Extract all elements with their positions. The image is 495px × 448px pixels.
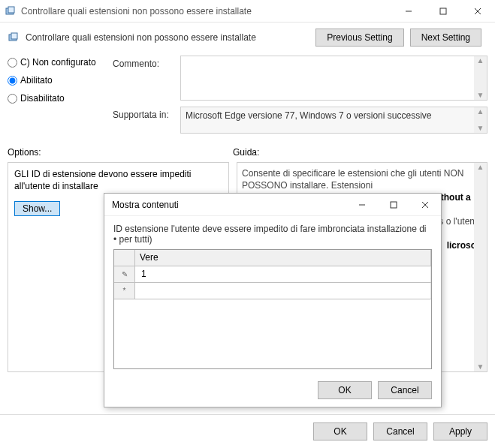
radio-disabled-input[interactable] — [8, 94, 17, 104]
grid-row[interactable]: ✎ — [114, 266, 431, 283]
dialog-footer: OK Cancel — [104, 375, 441, 407]
comment-label: Commento: — [113, 56, 180, 101]
dialog-ok-button[interactable]: OK — [318, 381, 372, 399]
radio-not-configured[interactable]: C) Non configurato — [8, 57, 98, 68]
dialog-close-button[interactable] — [409, 194, 441, 216]
grid-cell[interactable] — [135, 266, 431, 282]
radio-not-configured-label: Non configurato — [32, 57, 96, 68]
ok-button[interactable]: OK — [313, 422, 367, 440]
show-button[interactable]: Show... — [14, 201, 60, 216]
supported-on-text: Microsoft Edge versione 77, Windows 7 o … — [186, 110, 431, 121]
svg-rect-9 — [391, 202, 397, 208]
comment-textarea[interactable]: ▲▼ — [180, 56, 487, 101]
options-description: GLI ID di estensione devono essere imped… — [14, 169, 222, 192]
header: Controllare quali estensioni non possono… — [0, 23, 495, 53]
previous-setting-button[interactable]: Previous Setting — [315, 29, 403, 47]
dialog-minimize-button[interactable] — [346, 194, 378, 216]
radio-not-configured-input[interactable] — [8, 58, 17, 68]
scrollbar[interactable]: ▲▼ — [474, 107, 487, 133]
state-radios: C) Non configurato Abilitato Disabilitat… — [8, 56, 98, 140]
grid-row-marker: ✎ — [114, 266, 135, 282]
supported-on-field: Microsoft Edge versione 77, Windows 7 o … — [180, 107, 487, 134]
apply-button[interactable]: Apply — [433, 422, 487, 440]
options-label: Options: — [8, 147, 233, 158]
grid-header-row: Vere — [114, 250, 431, 266]
radio-enabled[interactable]: Abilitato — [8, 75, 98, 86]
dialog-cancel-button[interactable]: Cancel — [378, 381, 432, 399]
scrollbar[interactable]: ▲▼ — [474, 56, 487, 100]
grid-row[interactable]: * — [114, 283, 431, 299]
help-text-1: Consente di specificare le estensioni ch… — [242, 168, 464, 191]
dialog-maximize-button[interactable] — [378, 194, 409, 216]
radio-enabled-input[interactable] — [8, 76, 17, 86]
main-footer: OK Cancel Apply — [0, 414, 495, 448]
radio-not-configured-prefix: C) — [20, 57, 30, 68]
svg-rect-7 — [11, 33, 17, 39]
radio-disabled[interactable]: Disabilitato — [8, 93, 98, 104]
scrollbar[interactable]: ▲▼ — [474, 163, 487, 371]
maximize-button[interactable] — [426, 0, 460, 23]
grid-cell-input[interactable] — [140, 268, 426, 280]
svg-rect-1 — [8, 7, 14, 13]
window-controls — [391, 0, 495, 23]
cancel-button[interactable]: Cancel — [373, 422, 427, 440]
dialog-title: Mostra contenuti — [112, 200, 346, 210]
dialog-titlebar: Mostra contenuti — [104, 194, 441, 216]
header-title: Controllare quali estensioni non possono… — [26, 32, 315, 43]
grid-cell[interactable] — [135, 283, 431, 299]
policy-icon — [5, 5, 17, 17]
policy-icon — [8, 32, 20, 44]
grid-row-marker: * — [114, 283, 135, 299]
svg-rect-3 — [440, 8, 446, 14]
show-contents-dialog: Mostra contenuti ID estensione l'utente … — [104, 193, 442, 407]
minimize-button[interactable] — [391, 0, 426, 23]
grid-column-header[interactable]: Vere — [135, 250, 431, 266]
window-title: Controllare quali estensioni non possono… — [21, 6, 391, 17]
help-label: Guida: — [233, 147, 259, 158]
close-button[interactable] — [460, 0, 495, 23]
next-setting-button[interactable]: Next Setting — [410, 29, 481, 47]
grid-corner — [114, 250, 135, 266]
radio-disabled-label: Disabilitato — [20, 93, 65, 104]
value-grid[interactable]: Vere ✎ * — [113, 249, 432, 369]
window-titlebar: Controllare quali estensioni non possono… — [0, 0, 495, 23]
grid-cell-input[interactable] — [140, 284, 426, 296]
dialog-hint: ID estensione l'utente deve essere imped… — [113, 224, 432, 245]
supported-label: Supportata in: — [113, 107, 180, 134]
radio-enabled-label: Abilitato — [20, 75, 53, 86]
